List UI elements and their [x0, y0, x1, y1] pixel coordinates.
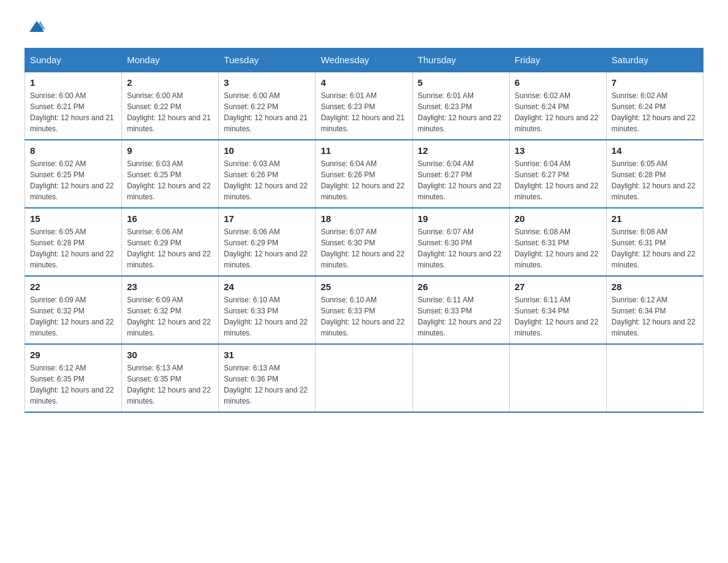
logo: [25, 18, 48, 36]
day-number: 22: [30, 282, 116, 292]
day-number: 13: [515, 145, 601, 156]
calendar-cell: 5Sunrise: 6:01 AMSunset: 6:23 PMDaylight…: [412, 72, 509, 140]
calendar-cell: 12Sunrise: 6:04 AMSunset: 6:27 PMDayligh…: [412, 140, 509, 208]
day-info: Sunrise: 6:12 AMSunset: 6:34 PMDaylight:…: [612, 294, 698, 339]
week-row-5: 29Sunrise: 6:12 AMSunset: 6:35 PMDayligh…: [25, 344, 703, 412]
header-day-thursday: Thursday: [412, 48, 509, 72]
calendar-cell: [509, 344, 606, 412]
week-row-3: 15Sunrise: 6:05 AMSunset: 6:28 PMDayligh…: [25, 208, 703, 276]
calendar-cell: 14Sunrise: 6:05 AMSunset: 6:28 PMDayligh…: [606, 140, 703, 208]
calendar-cell: 13Sunrise: 6:04 AMSunset: 6:27 PMDayligh…: [509, 140, 606, 208]
day-number: 7: [612, 77, 698, 88]
day-number: 1: [30, 77, 116, 88]
calendar-cell: 9Sunrise: 6:03 AMSunset: 6:25 PMDaylight…: [122, 140, 219, 208]
calendar-cell: [606, 344, 703, 412]
calendar-cell: 30Sunrise: 6:13 AMSunset: 6:35 PMDayligh…: [122, 344, 219, 412]
logo-icon: [28, 18, 45, 36]
calendar-cell: 26Sunrise: 6:11 AMSunset: 6:33 PMDayligh…: [412, 276, 509, 344]
calendar-cell: 16Sunrise: 6:06 AMSunset: 6:29 PMDayligh…: [122, 208, 219, 276]
calendar-cell: 18Sunrise: 6:07 AMSunset: 6:30 PMDayligh…: [316, 208, 412, 276]
day-info: Sunrise: 6:00 AMSunset: 6:22 PMDaylight:…: [127, 90, 213, 134]
day-info: Sunrise: 6:04 AMSunset: 6:27 PMDaylight:…: [418, 158, 504, 202]
day-info: Sunrise: 6:04 AMSunset: 6:27 PMDaylight:…: [515, 158, 601, 202]
day-number: 11: [320, 145, 407, 156]
calendar-cell: 19Sunrise: 6:07 AMSunset: 6:30 PMDayligh…: [412, 208, 509, 276]
calendar-cell: 17Sunrise: 6:06 AMSunset: 6:29 PMDayligh…: [219, 208, 316, 276]
calendar-body: 1Sunrise: 6:00 AMSunset: 6:21 PMDaylight…: [25, 72, 703, 412]
calendar-cell: 1Sunrise: 6:00 AMSunset: 6:21 PMDaylight…: [25, 72, 122, 140]
calendar-cell: 11Sunrise: 6:04 AMSunset: 6:26 PMDayligh…: [316, 140, 412, 208]
calendar-cell: [412, 344, 509, 412]
calendar-cell: 27Sunrise: 6:11 AMSunset: 6:34 PMDayligh…: [509, 276, 606, 344]
day-info: Sunrise: 6:05 AMSunset: 6:28 PMDaylight:…: [30, 226, 116, 270]
header-day-sunday: Sunday: [25, 48, 122, 72]
day-number: 10: [224, 145, 310, 156]
calendar-cell: 2Sunrise: 6:00 AMSunset: 6:22 PMDaylight…: [122, 72, 219, 140]
week-row-4: 22Sunrise: 6:09 AMSunset: 6:32 PMDayligh…: [25, 276, 703, 344]
header-row: SundayMondayTuesdayWednesdayThursdayFrid…: [25, 48, 703, 72]
day-info: Sunrise: 6:07 AMSunset: 6:30 PMDaylight:…: [320, 226, 407, 270]
header-day-saturday: Saturday: [606, 48, 703, 72]
day-number: 18: [320, 213, 407, 224]
calendar-cell: 22Sunrise: 6:09 AMSunset: 6:32 PMDayligh…: [25, 276, 122, 344]
day-info: Sunrise: 6:01 AMSunset: 6:23 PMDaylight:…: [320, 90, 407, 134]
day-number: 31: [224, 350, 310, 360]
day-number: 17: [224, 213, 310, 224]
calendar-cell: 28Sunrise: 6:12 AMSunset: 6:34 PMDayligh…: [606, 276, 703, 344]
calendar-cell: 7Sunrise: 6:02 AMSunset: 6:24 PMDaylight…: [606, 72, 703, 140]
header-day-friday: Friday: [509, 48, 606, 72]
day-number: 15: [30, 213, 116, 224]
calendar-cell: 29Sunrise: 6:12 AMSunset: 6:35 PMDayligh…: [25, 344, 122, 412]
day-number: 26: [418, 282, 504, 292]
day-info: Sunrise: 6:11 AMSunset: 6:33 PMDaylight:…: [418, 294, 504, 339]
day-number: 28: [612, 282, 698, 292]
day-number: 23: [127, 282, 213, 292]
day-info: Sunrise: 6:08 AMSunset: 6:31 PMDaylight:…: [612, 226, 698, 270]
day-number: 24: [224, 282, 310, 292]
day-number: 14: [612, 145, 698, 156]
day-info: Sunrise: 6:12 AMSunset: 6:35 PMDaylight:…: [30, 362, 116, 407]
calendar-cell: 20Sunrise: 6:08 AMSunset: 6:31 PMDayligh…: [509, 208, 606, 276]
day-info: Sunrise: 6:09 AMSunset: 6:32 PMDaylight:…: [30, 294, 116, 339]
day-info: Sunrise: 6:05 AMSunset: 6:28 PMDaylight:…: [612, 158, 698, 202]
calendar-cell: 31Sunrise: 6:13 AMSunset: 6:36 PMDayligh…: [219, 344, 316, 412]
header-day-tuesday: Tuesday: [219, 48, 316, 72]
day-info: Sunrise: 6:04 AMSunset: 6:26 PMDaylight:…: [320, 158, 407, 202]
day-info: Sunrise: 6:07 AMSunset: 6:30 PMDaylight:…: [418, 226, 504, 270]
day-info: Sunrise: 6:02 AMSunset: 6:24 PMDaylight:…: [612, 90, 698, 134]
calendar-cell: 8Sunrise: 6:02 AMSunset: 6:25 PMDaylight…: [25, 140, 122, 208]
day-number: 20: [515, 213, 601, 224]
day-info: Sunrise: 6:03 AMSunset: 6:25 PMDaylight:…: [127, 158, 213, 202]
day-number: 5: [418, 77, 504, 88]
day-info: Sunrise: 6:13 AMSunset: 6:35 PMDaylight:…: [127, 362, 213, 407]
day-number: 12: [418, 145, 504, 156]
day-number: 19: [418, 213, 504, 224]
day-number: 21: [612, 213, 698, 224]
calendar-cell: 10Sunrise: 6:03 AMSunset: 6:26 PMDayligh…: [219, 140, 316, 208]
day-info: Sunrise: 6:11 AMSunset: 6:34 PMDaylight:…: [515, 294, 601, 339]
calendar-table: SundayMondayTuesdayWednesdayThursdayFrid…: [25, 48, 703, 413]
day-info: Sunrise: 6:10 AMSunset: 6:33 PMDaylight:…: [320, 294, 407, 339]
calendar-cell: 24Sunrise: 6:10 AMSunset: 6:33 PMDayligh…: [219, 276, 316, 344]
day-number: 30: [127, 350, 213, 360]
day-number: 9: [127, 145, 213, 156]
day-info: Sunrise: 6:02 AMSunset: 6:24 PMDaylight:…: [515, 90, 601, 134]
calendar-header: SundayMondayTuesdayWednesdayThursdayFrid…: [25, 48, 703, 72]
header-day-monday: Monday: [122, 48, 219, 72]
day-info: Sunrise: 6:03 AMSunset: 6:26 PMDaylight:…: [224, 158, 310, 202]
day-number: 4: [320, 77, 407, 88]
day-number: 3: [224, 77, 310, 88]
day-info: Sunrise: 6:08 AMSunset: 6:31 PMDaylight:…: [515, 226, 601, 270]
day-info: Sunrise: 6:02 AMSunset: 6:25 PMDaylight:…: [30, 158, 116, 202]
day-info: Sunrise: 6:01 AMSunset: 6:23 PMDaylight:…: [418, 90, 504, 134]
week-row-2: 8Sunrise: 6:02 AMSunset: 6:25 PMDaylight…: [25, 140, 703, 208]
calendar-cell: 3Sunrise: 6:00 AMSunset: 6:22 PMDaylight…: [219, 72, 316, 140]
day-info: Sunrise: 6:00 AMSunset: 6:21 PMDaylight:…: [30, 90, 116, 134]
calendar-cell: 6Sunrise: 6:02 AMSunset: 6:24 PMDaylight…: [509, 72, 606, 140]
day-number: 25: [320, 282, 407, 292]
calendar-cell: [316, 344, 412, 412]
day-info: Sunrise: 6:10 AMSunset: 6:33 PMDaylight:…: [224, 294, 310, 339]
day-number: 16: [127, 213, 213, 224]
day-number: 8: [30, 145, 116, 156]
calendar-cell: 23Sunrise: 6:09 AMSunset: 6:32 PMDayligh…: [122, 276, 219, 344]
